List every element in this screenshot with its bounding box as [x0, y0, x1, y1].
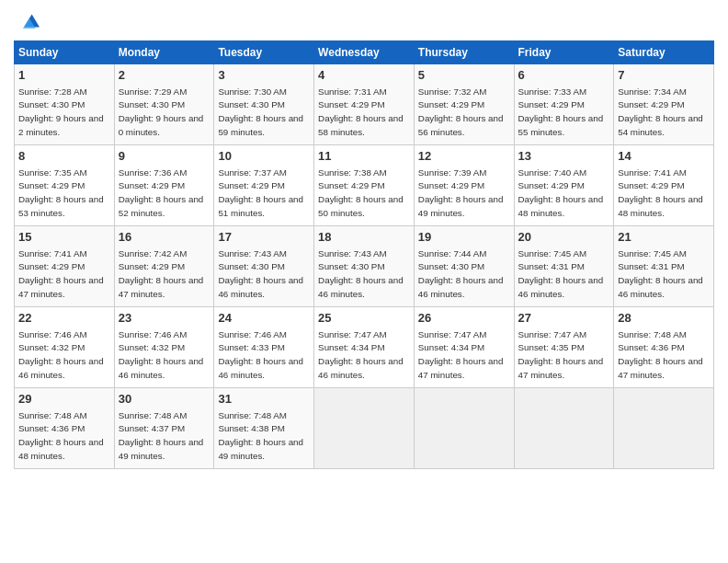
calendar-cell: 24 Sunrise: 7:46 AMSunset: 4:33 PMDaylig…: [214, 307, 314, 388]
calendar-cell: 12 Sunrise: 7:39 AMSunset: 4:29 PMDaylig…: [414, 145, 514, 226]
calendar-week-4: 22 Sunrise: 7:46 AMSunset: 4:32 PMDaylig…: [15, 307, 714, 388]
cell-day-number: 12: [418, 148, 510, 165]
cell-sunrise: Sunrise: 7:30 AMSunset: 4:30 PMDaylight:…: [218, 86, 303, 137]
cell-day-number: 29: [18, 391, 110, 408]
cell-sunrise: Sunrise: 7:37 AMSunset: 4:29 PMDaylight:…: [218, 167, 303, 218]
cell-day-number: 17: [218, 229, 310, 246]
cell-sunrise: Sunrise: 7:46 AMSunset: 4:33 PMDaylight:…: [218, 329, 303, 380]
cell-sunrise: Sunrise: 7:45 AMSunset: 4:31 PMDaylight:…: [518, 248, 604, 299]
calendar-cell: [314, 388, 415, 469]
calendar-cell: 3 Sunrise: 7:30 AMSunset: 4:30 PMDayligh…: [214, 64, 314, 145]
cell-day-number: 27: [518, 310, 610, 327]
cell-day-number: 14: [618, 148, 710, 165]
day-header-sunday: Sunday: [15, 41, 115, 64]
cell-day-number: 31: [218, 391, 310, 408]
calendar-week-2: 8 Sunrise: 7:35 AMSunset: 4:29 PMDayligh…: [15, 145, 714, 226]
cell-sunrise: Sunrise: 7:39 AMSunset: 4:29 PMDaylight:…: [418, 167, 504, 218]
cell-day-number: 22: [18, 310, 110, 327]
cell-sunrise: Sunrise: 7:47 AMSunset: 4:34 PMDaylight:…: [318, 329, 404, 380]
calendar-cell: 18 Sunrise: 7:43 AMSunset: 4:30 PMDaylig…: [314, 226, 415, 307]
cell-day-number: 26: [418, 310, 510, 327]
cell-sunrise: Sunrise: 7:35 AMSunset: 4:29 PMDaylight:…: [18, 167, 104, 218]
cell-sunrise: Sunrise: 7:31 AMSunset: 4:29 PMDaylight:…: [318, 86, 404, 137]
calendar-cell: 8 Sunrise: 7:35 AMSunset: 4:29 PMDayligh…: [15, 145, 115, 226]
calendar-table: SundayMondayTuesdayWednesdayThursdayFrid…: [14, 40, 714, 469]
calendar-cell: 13 Sunrise: 7:40 AMSunset: 4:29 PMDaylig…: [514, 145, 614, 226]
day-header-thursday: Thursday: [414, 41, 514, 64]
calendar-cell: 6 Sunrise: 7:33 AMSunset: 4:29 PMDayligh…: [514, 64, 614, 145]
calendar-cell: 9 Sunrise: 7:36 AMSunset: 4:29 PMDayligh…: [114, 145, 214, 226]
calendar-cell: 4 Sunrise: 7:31 AMSunset: 4:29 PMDayligh…: [314, 64, 415, 145]
calendar-cell: 2 Sunrise: 7:29 AMSunset: 4:30 PMDayligh…: [114, 64, 214, 145]
cell-day-number: 5: [418, 67, 510, 84]
cell-sunrise: Sunrise: 7:40 AMSunset: 4:29 PMDaylight:…: [518, 167, 604, 218]
cell-day-number: 21: [618, 229, 710, 246]
cell-sunrise: Sunrise: 7:36 AMSunset: 4:29 PMDaylight:…: [119, 167, 204, 218]
calendar-cell: 7 Sunrise: 7:34 AMSunset: 4:29 PMDayligh…: [614, 64, 714, 145]
page: SundayMondayTuesdayWednesdayThursdayFrid…: [0, 0, 728, 563]
calendar-cell: [414, 388, 514, 469]
cell-day-number: 4: [318, 67, 410, 84]
calendar-cell: 1 Sunrise: 7:28 AMSunset: 4:30 PMDayligh…: [15, 64, 115, 145]
day-header-friday: Friday: [514, 41, 614, 64]
cell-day-number: 25: [318, 310, 410, 327]
cell-day-number: 13: [518, 148, 610, 165]
cell-day-number: 6: [518, 67, 610, 84]
cell-day-number: 2: [119, 67, 210, 84]
cell-day-number: 11: [318, 148, 410, 165]
cell-day-number: 19: [418, 229, 510, 246]
cell-sunrise: Sunrise: 7:45 AMSunset: 4:31 PMDaylight:…: [618, 248, 703, 299]
cell-day-number: 10: [218, 148, 310, 165]
cell-sunrise: Sunrise: 7:29 AMSunset: 4:30 PMDaylight:…: [119, 86, 204, 137]
cell-sunrise: Sunrise: 7:47 AMSunset: 4:34 PMDaylight:…: [418, 329, 504, 380]
cell-day-number: 24: [218, 310, 310, 327]
calendar-cell: 11 Sunrise: 7:38 AMSunset: 4:29 PMDaylig…: [314, 145, 415, 226]
calendar-cell: 31 Sunrise: 7:48 AMSunset: 4:38 PMDaylig…: [214, 388, 314, 469]
cell-sunrise: Sunrise: 7:48 AMSunset: 4:37 PMDaylight:…: [119, 410, 204, 461]
cell-sunrise: Sunrise: 7:43 AMSunset: 4:30 PMDaylight:…: [218, 248, 303, 299]
cell-day-number: 9: [119, 148, 210, 165]
logo-icon: [14, 9, 40, 35]
cell-day-number: 23: [119, 310, 210, 327]
day-header-tuesday: Tuesday: [214, 41, 314, 64]
calendar-cell: 29 Sunrise: 7:48 AMSunset: 4:36 PMDaylig…: [15, 388, 115, 469]
calendar-cell: 20 Sunrise: 7:45 AMSunset: 4:31 PMDaylig…: [514, 226, 614, 307]
calendar-cell: 14 Sunrise: 7:41 AMSunset: 4:29 PMDaylig…: [614, 145, 714, 226]
calendar-cell: 28 Sunrise: 7:48 AMSunset: 4:36 PMDaylig…: [614, 307, 714, 388]
day-header-monday: Monday: [114, 41, 214, 64]
header: [14, 9, 714, 35]
calendar-cell: 19 Sunrise: 7:44 AMSunset: 4:30 PMDaylig…: [414, 226, 514, 307]
calendar-cell: 27 Sunrise: 7:47 AMSunset: 4:35 PMDaylig…: [514, 307, 614, 388]
cell-sunrise: Sunrise: 7:28 AMSunset: 4:30 PMDaylight:…: [18, 86, 104, 137]
calendar-cell: 15 Sunrise: 7:41 AMSunset: 4:29 PMDaylig…: [15, 226, 115, 307]
cell-sunrise: Sunrise: 7:48 AMSunset: 4:36 PMDaylight:…: [18, 410, 104, 461]
calendar-header-row: SundayMondayTuesdayWednesdayThursdayFrid…: [15, 41, 714, 64]
day-header-wednesday: Wednesday: [314, 41, 415, 64]
cell-day-number: 16: [119, 229, 210, 246]
calendar-cell: 25 Sunrise: 7:47 AMSunset: 4:34 PMDaylig…: [314, 307, 415, 388]
cell-sunrise: Sunrise: 7:42 AMSunset: 4:29 PMDaylight:…: [119, 248, 204, 299]
cell-sunrise: Sunrise: 7:38 AMSunset: 4:29 PMDaylight:…: [318, 167, 404, 218]
cell-day-number: 1: [18, 67, 110, 84]
day-header-saturday: Saturday: [614, 41, 714, 64]
calendar-cell: 26 Sunrise: 7:47 AMSunset: 4:34 PMDaylig…: [414, 307, 514, 388]
cell-sunrise: Sunrise: 7:48 AMSunset: 4:36 PMDaylight:…: [618, 329, 703, 380]
calendar-week-3: 15 Sunrise: 7:41 AMSunset: 4:29 PMDaylig…: [15, 226, 714, 307]
cell-day-number: 15: [18, 229, 110, 246]
calendar-cell: 10 Sunrise: 7:37 AMSunset: 4:29 PMDaylig…: [214, 145, 314, 226]
calendar-cell: 5 Sunrise: 7:32 AMSunset: 4:29 PMDayligh…: [414, 64, 514, 145]
cell-sunrise: Sunrise: 7:43 AMSunset: 4:30 PMDaylight:…: [318, 248, 404, 299]
cell-sunrise: Sunrise: 7:47 AMSunset: 4:35 PMDaylight:…: [518, 329, 604, 380]
calendar-cell: 30 Sunrise: 7:48 AMSunset: 4:37 PMDaylig…: [114, 388, 214, 469]
cell-sunrise: Sunrise: 7:48 AMSunset: 4:38 PMDaylight:…: [218, 410, 303, 461]
cell-sunrise: Sunrise: 7:34 AMSunset: 4:29 PMDaylight:…: [618, 86, 703, 137]
cell-sunrise: Sunrise: 7:44 AMSunset: 4:30 PMDaylight:…: [418, 248, 504, 299]
calendar-cell: 23 Sunrise: 7:46 AMSunset: 4:32 PMDaylig…: [114, 307, 214, 388]
calendar-cell: 17 Sunrise: 7:43 AMSunset: 4:30 PMDaylig…: [214, 226, 314, 307]
calendar-cell: 21 Sunrise: 7:45 AMSunset: 4:31 PMDaylig…: [614, 226, 714, 307]
cell-sunrise: Sunrise: 7:32 AMSunset: 4:29 PMDaylight:…: [418, 86, 504, 137]
logo: [14, 9, 43, 35]
cell-sunrise: Sunrise: 7:33 AMSunset: 4:29 PMDaylight:…: [518, 86, 604, 137]
calendar-week-5: 29 Sunrise: 7:48 AMSunset: 4:36 PMDaylig…: [15, 388, 714, 469]
cell-day-number: 30: [119, 391, 210, 408]
